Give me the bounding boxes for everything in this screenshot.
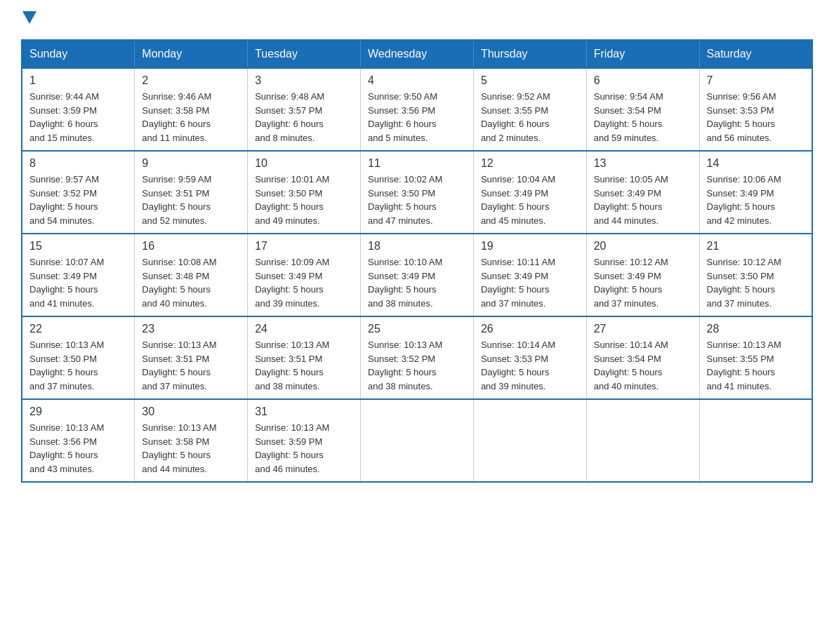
day-number: 7: [707, 74, 805, 87]
day-info: Sunrise: 9:56 AMSunset: 3:53 PMDaylight:…: [707, 90, 805, 145]
weekday-header-tuesday: Tuesday: [248, 40, 361, 68]
day-number: 6: [594, 74, 692, 87]
calendar-week-row: 22 Sunrise: 10:13 AMSunset: 3:50 PMDayli…: [22, 316, 812, 399]
day-info: Sunrise: 10:07 AMSunset: 3:49 PMDaylight…: [29, 255, 127, 310]
day-info: Sunrise: 9:54 AMSunset: 3:54 PMDaylight:…: [594, 90, 692, 145]
day-info: Sunrise: 10:11 AMSunset: 3:49 PMDaylight…: [481, 255, 579, 310]
day-number: 4: [368, 74, 466, 87]
day-info: Sunrise: 9:52 AMSunset: 3:55 PMDaylight:…: [481, 90, 579, 145]
day-info: Sunrise: 10:12 AMSunset: 3:50 PMDaylight…: [707, 255, 805, 310]
day-info: Sunrise: 9:48 AMSunset: 3:57 PMDaylight:…: [255, 90, 353, 145]
weekday-header-wednesday: Wednesday: [361, 40, 474, 68]
calendar-cell: 22 Sunrise: 10:13 AMSunset: 3:50 PMDayli…: [22, 316, 135, 399]
calendar-cell: 10 Sunrise: 10:01 AMSunset: 3:50 PMDayli…: [248, 151, 361, 234]
day-info: Sunrise: 9:57 AMSunset: 3:52 PMDaylight:…: [29, 173, 127, 227]
calendar-cell: [699, 399, 812, 482]
day-info: Sunrise: 10:06 AMSunset: 3:49 PMDaylight…: [707, 173, 805, 227]
calendar-cell: 3 Sunrise: 9:48 AMSunset: 3:57 PMDayligh…: [248, 68, 361, 151]
day-number: 24: [255, 323, 353, 335]
day-number: 23: [142, 323, 240, 335]
calendar-table: SundayMondayTuesdayWednesdayThursdayFrid…: [21, 39, 813, 483]
weekday-header-saturday: Saturday: [699, 40, 812, 68]
calendar-week-row: 15 Sunrise: 10:07 AMSunset: 3:49 PMDayli…: [22, 234, 812, 316]
weekday-header-thursday: Thursday: [473, 40, 586, 68]
day-number: 17: [255, 240, 353, 253]
day-number: 14: [707, 157, 805, 170]
day-info: Sunrise: 10:02 AMSunset: 3:50 PMDaylight…: [368, 173, 466, 227]
day-number: 2: [142, 74, 240, 87]
day-info: Sunrise: 10:13 AMSunset: 3:58 PMDaylight…: [142, 421, 240, 476]
calendar-cell: 25 Sunrise: 10:13 AMSunset: 3:52 PMDayli…: [361, 316, 474, 399]
calendar-week-row: 1 Sunrise: 9:44 AMSunset: 3:59 PMDayligh…: [22, 68, 812, 151]
calendar-cell: 17 Sunrise: 10:09 AMSunset: 3:49 PMDayli…: [248, 234, 361, 316]
calendar-cell: 20 Sunrise: 10:12 AMSunset: 3:49 PMDayli…: [586, 234, 699, 316]
day-number: 27: [594, 323, 692, 335]
day-info: Sunrise: 10:13 AMSunset: 3:51 PMDaylight…: [142, 338, 240, 393]
day-info: Sunrise: 9:59 AMSunset: 3:51 PMDaylight:…: [142, 173, 240, 227]
calendar-cell: 12 Sunrise: 10:04 AMSunset: 3:49 PMDayli…: [473, 151, 586, 234]
calendar-cell: 24 Sunrise: 10:13 AMSunset: 3:51 PMDayli…: [248, 316, 361, 399]
weekday-header-row: SundayMondayTuesdayWednesdayThursdayFrid…: [22, 40, 812, 68]
day-info: Sunrise: 10:12 AMSunset: 3:49 PMDaylight…: [594, 255, 692, 310]
day-info: Sunrise: 10:13 AMSunset: 3:56 PMDaylight…: [29, 421, 127, 476]
day-number: 9: [142, 157, 240, 170]
calendar-cell: 23 Sunrise: 10:13 AMSunset: 3:51 PMDayli…: [135, 316, 248, 399]
day-info: Sunrise: 10:14 AMSunset: 3:53 PMDaylight…: [481, 338, 579, 393]
day-info: Sunrise: 9:50 AMSunset: 3:56 PMDaylight:…: [368, 90, 466, 145]
day-info: Sunrise: 10:05 AMSunset: 3:49 PMDaylight…: [594, 173, 692, 227]
day-number: 18: [368, 240, 466, 253]
day-number: 26: [481, 323, 579, 335]
day-number: 25: [368, 323, 466, 335]
calendar-cell: 5 Sunrise: 9:52 AMSunset: 3:55 PMDayligh…: [473, 68, 586, 151]
calendar-cell: 9 Sunrise: 9:59 AMSunset: 3:51 PMDayligh…: [135, 151, 248, 234]
day-number: 13: [594, 157, 692, 170]
day-number: 19: [481, 240, 579, 253]
day-number: 31: [255, 405, 353, 418]
calendar-cell: 4 Sunrise: 9:50 AMSunset: 3:56 PMDayligh…: [361, 68, 474, 151]
day-number: 21: [707, 240, 805, 253]
weekday-header-friday: Friday: [586, 40, 699, 68]
calendar-cell: 8 Sunrise: 9:57 AMSunset: 3:52 PMDayligh…: [22, 151, 135, 234]
day-info: Sunrise: 10:01 AMSunset: 3:50 PMDaylight…: [255, 173, 353, 227]
day-number: 1: [29, 74, 127, 87]
calendar-cell: [473, 399, 586, 482]
calendar-cell: 30 Sunrise: 10:13 AMSunset: 3:58 PMDayli…: [135, 399, 248, 482]
calendar-cell: 21 Sunrise: 10:12 AMSunset: 3:50 PMDayli…: [699, 234, 812, 316]
day-info: Sunrise: 9:44 AMSunset: 3:59 PMDaylight:…: [29, 90, 127, 145]
day-info: Sunrise: 10:13 AMSunset: 3:50 PMDaylight…: [29, 338, 127, 393]
day-info: Sunrise: 10:08 AMSunset: 3:48 PMDaylight…: [142, 255, 240, 310]
calendar-cell: 31 Sunrise: 10:13 AMSunset: 3:59 PMDayli…: [248, 399, 361, 482]
day-number: 22: [29, 323, 127, 335]
calendar-cell: 27 Sunrise: 10:14 AMSunset: 3:54 PMDayli…: [586, 316, 699, 399]
day-info: Sunrise: 10:14 AMSunset: 3:54 PMDaylight…: [594, 338, 692, 393]
day-number: 3: [255, 74, 353, 87]
day-number: 12: [481, 157, 579, 170]
day-number: 11: [368, 157, 466, 170]
day-info: Sunrise: 10:13 AMSunset: 3:52 PMDaylight…: [368, 338, 466, 393]
day-info: Sunrise: 10:13 AMSunset: 3:51 PMDaylight…: [255, 338, 353, 393]
calendar-cell: 6 Sunrise: 9:54 AMSunset: 3:54 PMDayligh…: [586, 68, 699, 151]
calendar-cell: 16 Sunrise: 10:08 AMSunset: 3:48 PMDayli…: [135, 234, 248, 316]
weekday-header-monday: Monday: [135, 40, 248, 68]
day-number: 10: [255, 157, 353, 170]
day-number: 29: [29, 405, 127, 418]
day-number: 20: [594, 240, 692, 253]
calendar-cell: 28 Sunrise: 10:13 AMSunset: 3:55 PMDayli…: [699, 316, 812, 399]
calendar-cell: 26 Sunrise: 10:14 AMSunset: 3:53 PMDayli…: [473, 316, 586, 399]
calendar-cell: 2 Sunrise: 9:46 AMSunset: 3:58 PMDayligh…: [135, 68, 248, 151]
day-number: 15: [29, 240, 127, 253]
calendar-cell: 15 Sunrise: 10:07 AMSunset: 3:49 PMDayli…: [22, 234, 135, 316]
calendar-cell: [361, 399, 474, 482]
day-info: Sunrise: 10:13 AMSunset: 3:59 PMDaylight…: [255, 421, 353, 476]
calendar-cell: 11 Sunrise: 10:02 AMSunset: 3:50 PMDayli…: [361, 151, 474, 234]
calendar-cell: 19 Sunrise: 10:11 AMSunset: 3:49 PMDayli…: [473, 234, 586, 316]
day-number: 8: [29, 157, 127, 170]
svg-marker-0: [22, 11, 37, 24]
calendar-cell: 1 Sunrise: 9:44 AMSunset: 3:59 PMDayligh…: [22, 68, 135, 151]
calendar-cell: 13 Sunrise: 10:05 AMSunset: 3:49 PMDayli…: [586, 151, 699, 234]
calendar-week-row: 8 Sunrise: 9:57 AMSunset: 3:52 PMDayligh…: [22, 151, 812, 234]
logo: [21, 14, 37, 25]
day-number: 16: [142, 240, 240, 253]
day-number: 5: [481, 74, 579, 87]
calendar-week-row: 29 Sunrise: 10:13 AMSunset: 3:56 PMDayli…: [22, 399, 812, 482]
